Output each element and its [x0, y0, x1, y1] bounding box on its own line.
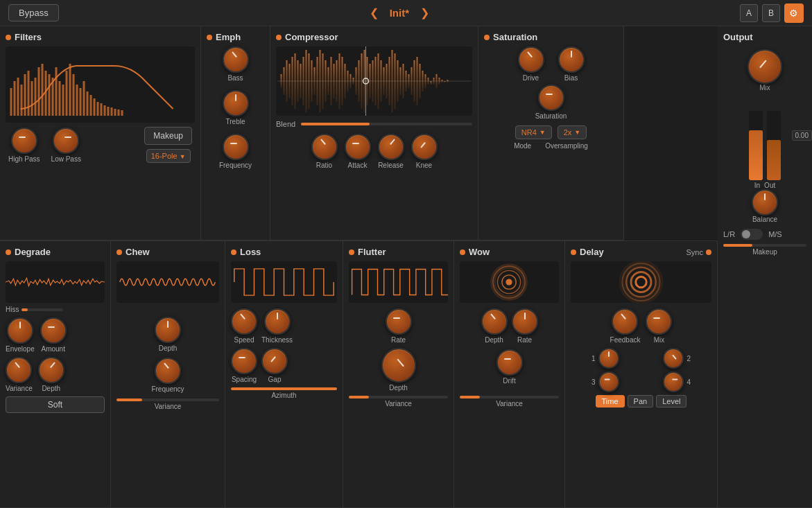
azimuth-slider[interactable] [231, 387, 337, 390]
out-label: Out [764, 182, 775, 189]
svg-point-105 [636, 277, 646, 287]
flutter-variance-slider[interactable] [349, 396, 448, 398]
svg-rect-22 [87, 91, 89, 116]
emph-frequency-knob[interactable] [223, 134, 249, 160]
treble-knob[interactable] [223, 90, 249, 116]
flutter-depth-knob[interactable] [381, 348, 416, 383]
flutter-panel: Flutter Rate [343, 241, 454, 508]
variance-knob[interactable] [6, 357, 32, 383]
delay-tabs: Time Pan Level [571, 395, 711, 408]
chew-dot[interactable] [116, 249, 122, 255]
ch3-row: 3 [591, 371, 619, 392]
soft-button[interactable]: Soft [6, 396, 105, 413]
chew-frequency-knob[interactable] [155, 358, 181, 384]
b-button[interactable]: B [762, 4, 780, 22]
speed-knob[interactable] [231, 308, 257, 335]
lr-ms-toggle[interactable] [741, 229, 763, 240]
hiss-row: Hiss [6, 306, 105, 313]
flutter-dot[interactable] [349, 249, 354, 255]
feedback-knob[interactable] [612, 308, 638, 335]
drift-knob[interactable] [496, 349, 523, 376]
wow-variance-label: Variance [460, 400, 559, 408]
degrade-depth-control: Depth [38, 357, 64, 392]
blend-label: Blend [276, 120, 295, 128]
mix-knob[interactable] [748, 49, 782, 84]
delay-mix-control: Mix [646, 308, 672, 344]
ch2-knob[interactable] [663, 348, 684, 369]
chew-depth-control: Depth [116, 317, 219, 352]
envelope-knob[interactable] [7, 317, 33, 344]
oversampling-select[interactable]: 2x ▼ [558, 125, 587, 139]
degrade-depth-knob[interactable] [38, 357, 64, 383]
svg-point-100 [506, 279, 512, 285]
bass-knob[interactable] [223, 46, 249, 73]
settings-button[interactable]: ⚙ [784, 3, 804, 23]
emph-dot[interactable] [207, 35, 212, 40]
panels-area: Filters [0, 26, 718, 508]
delay-dot[interactable] [571, 249, 576, 255]
chew-depth-knob[interactable] [155, 317, 181, 343]
next-preset-button[interactable]: ❯ [420, 6, 429, 19]
pole-select[interactable]: 16-Pole ▼ [146, 149, 191, 163]
bias-knob[interactable] [558, 46, 585, 73]
amount-knob[interactable] [40, 317, 67, 344]
bypass-button[interactable]: Bypass [8, 4, 59, 21]
attack-knob[interactable] [345, 134, 371, 160]
pan-tab[interactable]: Pan [628, 395, 654, 408]
balance-knob[interactable] [752, 189, 778, 216]
variance-control: Variance [6, 357, 33, 392]
drive-knob[interactable] [518, 46, 544, 73]
ratio-control: Ratio [311, 134, 338, 169]
wow-depth-knob[interactable] [481, 308, 508, 335]
treble-label: Treble [226, 118, 245, 125]
release-knob[interactable] [378, 134, 404, 160]
filters-dot[interactable] [6, 35, 11, 40]
wow-rate-knob[interactable] [512, 308, 538, 335]
wow-dot[interactable] [460, 249, 465, 255]
loss-knobs-row1: Speed Thickness [231, 308, 337, 344]
compressor-dot[interactable] [276, 35, 282, 40]
prev-preset-button[interactable]: ❮ [370, 6, 379, 19]
knee-knob[interactable] [411, 134, 438, 160]
saturation-dot[interactable] [484, 35, 490, 40]
main-content: Filters [0, 26, 812, 508]
degrade-dot[interactable] [6, 249, 11, 255]
chew-depth-label: Depth [159, 344, 178, 352]
svg-rect-14 [59, 81, 61, 116]
makeup-button[interactable]: Makeup [144, 127, 192, 145]
saturation-top-knobs: Drive Bias [484, 46, 618, 82]
high-pass-knob[interactable] [11, 128, 37, 154]
svg-rect-18 [73, 74, 75, 116]
thickness-label: Thickness [261, 336, 293, 344]
mode-select[interactable]: NR4 ▼ [515, 125, 552, 139]
gear-icon: ⚙ [789, 8, 798, 19]
ch1-row: 1 [591, 348, 619, 369]
thickness-knob[interactable] [264, 308, 291, 335]
spacing-knob[interactable] [231, 348, 257, 374]
flutter-rate-knob[interactable] [386, 308, 412, 335]
chew-panel: Chew Depth Frequency [111, 241, 225, 508]
wow-variance-slider[interactable] [460, 396, 559, 398]
loss-dot[interactable] [231, 249, 236, 255]
chew-variance-slider[interactable] [116, 398, 219, 401]
ratio-knob[interactable] [311, 134, 338, 160]
ch1-knob[interactable] [598, 348, 619, 369]
degrade-knobs-row1: Envelope Amount [6, 317, 105, 353]
output-makeup-slider[interactable] [723, 244, 806, 247]
sync-dot[interactable] [706, 249, 711, 255]
blend-slider[interactable] [301, 123, 472, 125]
a-button[interactable]: A [740, 4, 758, 22]
flutter-variance-fill [349, 396, 369, 398]
time-tab[interactable]: Time [596, 395, 625, 408]
delay-mix-knob[interactable] [646, 308, 672, 335]
level-tab[interactable]: Level [656, 395, 686, 408]
gap-knob[interactable] [261, 348, 288, 374]
hiss-bar[interactable] [21, 308, 63, 311]
top-row: Filters [0, 26, 718, 241]
ch4-knob[interactable] [663, 371, 684, 392]
saturation-amount-knob[interactable] [538, 85, 564, 111]
low-pass-knob[interactable] [53, 128, 79, 154]
flutter-knobs-row1: Rate [349, 308, 448, 344]
svg-rect-6 [31, 81, 33, 116]
ch3-knob[interactable] [598, 371, 619, 392]
